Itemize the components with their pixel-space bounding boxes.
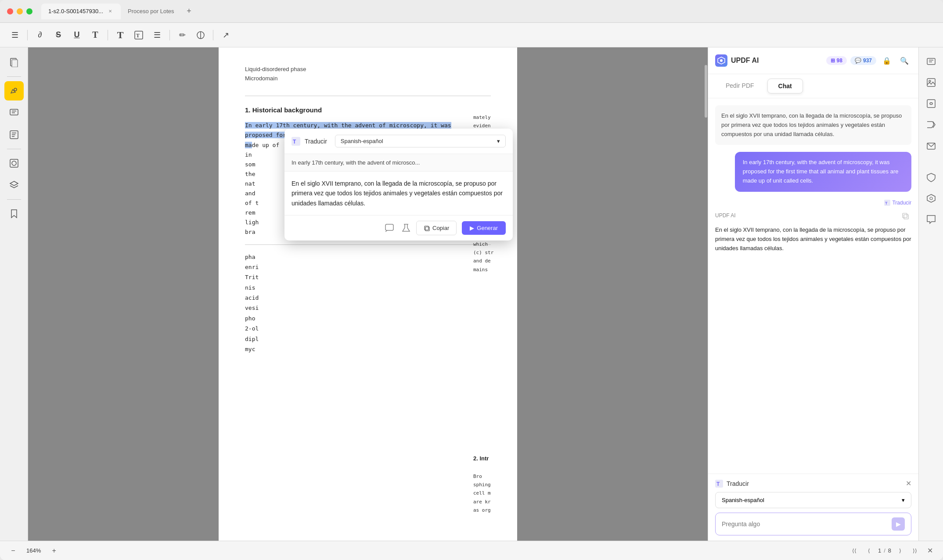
- right-image-icon[interactable]: [922, 74, 940, 91]
- ai-message-system: En el siglo XVII temprano, con la llegad…: [715, 105, 911, 145]
- stamp-tool-button[interactable]: [193, 27, 209, 43]
- page-separator: /: [884, 547, 885, 554]
- ai-lock-icon[interactable]: 🔒: [880, 54, 894, 68]
- generate-label: Generar: [477, 225, 498, 231]
- pdf-scrollbar[interactable]: [704, 47, 708, 541]
- tab-bar: 1-s2.0-S001457930... ✕ Proceso por Lotes…: [41, 4, 936, 19]
- popup-lang-select: Spanish-español ▾: [335, 135, 506, 147]
- popup-chat-icon[interactable]: [385, 223, 394, 233]
- translate-bar-select[interactable]: Spanish-español ▾: [715, 492, 911, 508]
- right-share-icon[interactable]: [922, 116, 940, 133]
- ai-search-icon[interactable]: 🔍: [897, 54, 911, 68]
- copy-icon: [424, 225, 430, 231]
- right-comment-bottom-icon[interactable]: [922, 211, 940, 228]
- ai-message-user: In early 17th century, with the advent o…: [735, 152, 911, 191]
- scrollbar-thumb[interactable]: [705, 65, 707, 118]
- tab-add-button[interactable]: +: [183, 5, 195, 18]
- sidebar-search-icon[interactable]: [4, 125, 24, 144]
- translate-icon: T: [884, 200, 890, 206]
- right-link-icon[interactable]: [922, 95, 940, 112]
- body-text-6: and: [245, 190, 255, 197]
- svg-text:T: T: [885, 201, 888, 205]
- close-bottom-button[interactable]: ✕: [924, 545, 936, 557]
- ai-copy-button[interactable]: [899, 210, 911, 222]
- underline-tool-button[interactable]: U: [69, 27, 85, 43]
- nav-first-button[interactable]: ⟨⟨: [848, 545, 860, 557]
- chevron-down-icon: ▾: [497, 138, 500, 144]
- popup-bottom-icons: [378, 223, 411, 233]
- tab-close-1[interactable]: ✕: [107, 8, 114, 15]
- right-edge-panel: [918, 47, 943, 541]
- popup-header: T Traducir Spanish-español ▾: [284, 129, 513, 154]
- font-tool-button[interactable]: T: [87, 27, 103, 43]
- tab-chat[interactable]: Chat: [767, 79, 803, 93]
- strikethrough-tool-button[interactable]: S: [50, 27, 66, 43]
- sidebar-sep-3: [7, 199, 21, 200]
- svg-point-36: [929, 80, 931, 82]
- sidebar-attachment-icon[interactable]: [4, 154, 24, 173]
- arrow-tool-button[interactable]: ↗: [218, 27, 234, 43]
- pdf-labels: Liquid-disordered phase Microdomain: [245, 65, 491, 96]
- highlight-tool-button[interactable]: ∂: [32, 27, 48, 43]
- highlighted-text-3: ma: [245, 142, 252, 148]
- svg-rect-14: [10, 159, 18, 167]
- badge-value-purple: 98: [837, 57, 842, 64]
- svg-rect-35: [927, 79, 935, 86]
- sidebar-highlight-icon[interactable]: [4, 81, 24, 101]
- page-current: 1: [878, 547, 881, 554]
- generate-button[interactable]: ▶ Generar: [462, 221, 506, 235]
- right-email-icon[interactable]: [922, 137, 940, 154]
- lang-select-dropdown[interactable]: Spanish-español ▾: [335, 135, 506, 147]
- tab-document1[interactable]: 1-s2.0-S001457930... ✕: [41, 4, 121, 19]
- copy-button[interactable]: Copiar: [416, 221, 457, 235]
- tab-ask-pdf[interactable]: Pedir PDF: [715, 79, 765, 93]
- body-text-8: rem: [245, 209, 255, 216]
- zoom-in-button[interactable]: +: [48, 545, 60, 557]
- sidebar-layers-icon[interactable]: [4, 176, 24, 195]
- svg-rect-7: [10, 109, 18, 115]
- main-content: Liquid-disordered phase Microdomain 1. H…: [0, 47, 943, 541]
- text-tool-button[interactable]: ☰: [7, 27, 23, 43]
- list-tool-button[interactable]: ☰: [149, 27, 165, 43]
- sidebar-comments-icon[interactable]: [4, 103, 24, 122]
- sidebar-sep-1: [7, 76, 21, 77]
- svg-marker-16: [10, 181, 18, 186]
- text-box-tool-button[interactable]: T: [112, 27, 128, 43]
- sidebar-sep-2: [7, 149, 21, 149]
- translate-send-button[interactable]: ▶: [892, 517, 905, 531]
- nav-next-button[interactable]: ⟩: [894, 545, 906, 557]
- zoom-level-display[interactable]: 164%: [23, 547, 44, 554]
- pdf-area: Liquid-disordered phase Microdomain 1. H…: [28, 47, 708, 541]
- svg-rect-37: [927, 100, 935, 108]
- ai-tab-row: Pedir PDF Chat: [708, 74, 918, 98]
- zoom-out-button[interactable]: −: [7, 545, 19, 557]
- textbox-outline-tool-button[interactable]: T: [131, 27, 147, 43]
- tab-document2[interactable]: Proceso por Lotes: [121, 4, 181, 19]
- pen-tool-button[interactable]: ✏: [174, 27, 190, 43]
- svg-marker-39: [927, 194, 935, 202]
- popup-flask-icon[interactable]: [401, 223, 411, 233]
- close-button[interactable]: [7, 8, 13, 14]
- sidebar-pages-icon[interactable]: [4, 53, 24, 72]
- tab-label-1: 1-s2.0-S001457930...: [48, 8, 103, 14]
- translate-popup-icon: T: [292, 137, 300, 146]
- section2-text: Brosphingcell mare kras org: [473, 472, 513, 514]
- right-ocr-icon[interactable]: [922, 53, 940, 70]
- right-ai-bottom-icon[interactable]: [922, 190, 940, 207]
- sidebar-bookmark-icon[interactable]: [4, 204, 24, 223]
- popup-footer: Copiar ▶ Generar: [284, 215, 513, 241]
- right-protect-icon[interactable]: [922, 169, 940, 186]
- maximize-button[interactable]: [26, 8, 32, 14]
- svg-point-15: [12, 161, 16, 165]
- main-toolbar: ☰ ∂ S U T T T ☰ ✏ ↗: [0, 23, 943, 47]
- titlebar: 1-s2.0-S001457930... ✕ Proceso por Lotes…: [0, 0, 943, 23]
- updf-ai-logo: UPDF AI: [715, 54, 759, 67]
- minimize-button[interactable]: [17, 8, 23, 14]
- nav-last-button[interactable]: ⟩⟩: [909, 545, 921, 557]
- nav-prev-button[interactable]: ⟨: [863, 545, 875, 557]
- popup-source-text: In early 17th century, with the advent o…: [284, 154, 513, 172]
- body-text-3: som: [245, 161, 255, 168]
- translate-bar-close-button[interactable]: ✕: [906, 479, 911, 488]
- body-text-7: of t: [245, 200, 259, 206]
- translate-input[interactable]: [722, 521, 892, 528]
